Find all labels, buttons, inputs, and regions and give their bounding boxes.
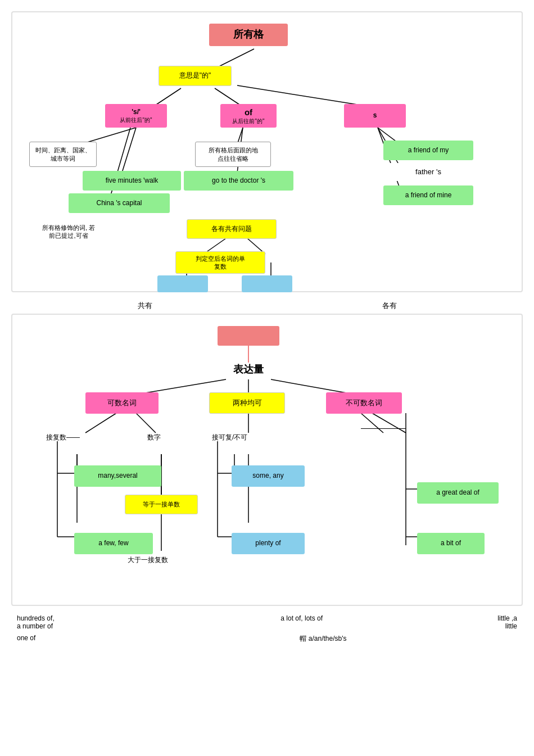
page-wrapper: 所有格 意思是"的" 's/' 从前往后"的" of 从后往前"的" s 时间、… [11,11,523,645]
box-blank1 [157,275,208,292]
box-suoyougeh: 所有格后面跟的地 点往往省略 [195,142,271,167]
diag2-connectors [12,315,522,605]
box-china: China 's capital [69,193,170,213]
box-father: father 's [383,163,473,181]
box-jiefu: 接复数—— [46,433,80,442]
box-fiveminutes: five minutes 'walk [83,171,181,191]
box-shuzi: 数字 [147,433,161,442]
box-someany: some, any [232,465,305,487]
label-prep: 帽 a/an/the/sb's [129,634,517,644]
box-dengyujie: 等于一接单数 [125,495,198,514]
label-alotof: a lot of, lots of [246,614,358,630]
diag2-bottom-labels: hundreds of, a number of a lot of, lots … [11,612,523,633]
label-geyou: 各有 [382,301,397,311]
box-jiekeful: 接可复/不可 [212,433,247,442]
label-oneof: one of [17,634,129,644]
box-afewfew: a few, few [74,533,153,554]
box-s-sub: 从前往后"的" [120,116,152,124]
ofsbv-line1: s [373,111,377,119]
xiuyou-text: 所有格修饰的词, 若 前已提过,可省 [42,224,95,240]
svg-line-5 [122,128,136,173]
box-biaodal-title: 表达量 [192,363,305,376]
box-siyi: 意思是"的" [159,66,232,86]
box-s-label: 's/' [120,108,152,117]
svg-line-21 [85,413,116,433]
box-shijian: 时间、距离、国家、 城市等词 [29,142,97,167]
box-top-red [218,326,279,346]
bukeshu-line [361,419,406,429]
panding-text: 判定空后名词的单 复数 [196,255,245,271]
box-gotodoctor: go to the doctor 's [184,171,293,191]
box-afriendofmine: a friend of mine [383,185,473,205]
label-hundredsof: hundreds of, a number of [17,614,129,630]
box-panding: 判定空后名词的单 复数 [175,251,265,274]
box-plentyof: plenty of [232,533,305,554]
svg-line-22 [136,413,156,433]
box-s: 's/' 从前往后"的" [105,104,167,128]
box-xiuyou: 所有格修饰的词, 若 前已提过,可省 [29,218,108,246]
box-liangzhong: 两种均可 [209,392,285,414]
box-keshu: 可数名词 [85,392,159,414]
svg-line-18 [142,379,226,393]
box-suoyouge: 所有格 [209,24,288,46]
suoyougeh-text: 所有格后面跟的地 点往往省略 [209,146,258,162]
svg-line-20 [271,379,350,393]
box-of: of 从后往前"的" [220,104,277,128]
diag1-bottom-labels: 共有 各有 [11,298,523,314]
label-little: little ,a little [405,614,517,630]
box-abitof: a bit of [417,533,485,554]
box-geyougongyou: 各有共有问题 [187,219,277,239]
svg-line-3 [237,85,361,105]
box-afriendofmy: a friend of my [383,141,473,160]
shijian-text: 时间、距离、国家、 城市等词 [35,146,91,162]
label-oneof-spacer [176,614,198,630]
diag2-labels-row2: one of 帽 a/an/the/sb's [11,633,523,645]
box-ofsbv: s [344,104,406,128]
box-bukeshu: 不可数名词 [326,392,402,414]
box-of-sub: 从后往前"的" [232,117,264,125]
box-many: many,several [74,465,161,487]
diagram-biaodal: 表达量 可数名词 两种均可 不可数名词 接复数—— 数字 接可复/不可 many… [11,314,523,606]
box-of-label: of [232,107,264,118]
diagram-suoyouge: 所有格 意思是"的" 's/' 从前往后"的" of 从后往前"的" s 时间、… [11,11,523,292]
label-gongyou: 共有 [138,301,152,311]
box-dayufu: 大于一接复数 [128,555,168,565]
box-agreatdeal: a great deal of [417,482,499,504]
box-blank2 [242,275,292,292]
